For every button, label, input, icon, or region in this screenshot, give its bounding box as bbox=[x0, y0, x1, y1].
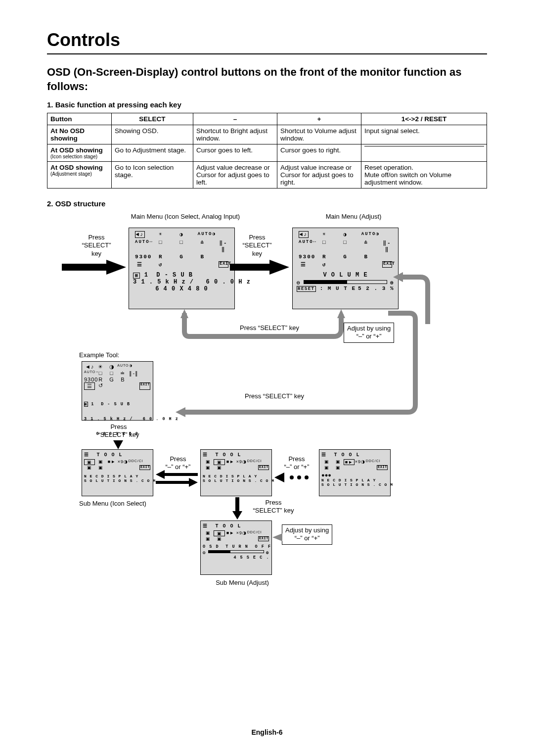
svg-marker-6 bbox=[176, 407, 185, 417]
cell: Go to Adjustment stage. bbox=[112, 144, 193, 162]
row-label-sub: (Icon selection stage) bbox=[50, 154, 108, 159]
osd-info-line: 3 1 . 5 k H z / 6 0 . 0 H z bbox=[133, 279, 230, 285]
osd-panel-main-icon: ◄♪ ☀ ◑ AUTO◑ AUTO↔ □ □ ≐ ‖-‖ 9300 R G B bbox=[129, 228, 235, 309]
osd-turnoff-time: 4 5 S E C . bbox=[203, 555, 269, 560]
label-press-select-down: Press “SELECT” key bbox=[94, 423, 143, 439]
osd-panel-sub-3: ☰ T O O L ▣ ▣ ■► ×9◑ DDC/CI ▣ ▣ EXIT ●●●… bbox=[319, 449, 391, 496]
label-press-pm-1: Press “–” or “+” bbox=[161, 455, 195, 472]
label-adjust-pm-2: Adjust by using “–” or “+” bbox=[282, 524, 332, 545]
row-label: At OSD showing (Icon selection stage) bbox=[47, 144, 112, 162]
cell: Adjust value decrease or Cursor for adju… bbox=[193, 162, 277, 189]
cell: Go to Icon selection stage. bbox=[112, 162, 193, 189]
osd-panel-main-adjust: ◄♪ ☀ ◑ AUTO◑ AUTO↔ □ □ ≐ ‖-‖ 9300 R G B bbox=[292, 228, 399, 309]
svg-rect-13 bbox=[235, 497, 239, 512]
col-plus: + bbox=[277, 113, 361, 125]
svg-marker-5 bbox=[113, 440, 123, 449]
horizontal-rule bbox=[47, 53, 487, 54]
caption-sub-adjust: Sub Menu (Adjust) bbox=[210, 579, 274, 587]
cell: Reset operation. Mute off/on switch on V… bbox=[361, 162, 487, 189]
svg-marker-9 bbox=[274, 472, 284, 482]
icon-row: AUTO↔ □ □ ≐ ‖-‖ bbox=[132, 239, 231, 252]
table-row: At OSD showing (Icon selection stage) Go… bbox=[47, 144, 487, 162]
arrow-down-1 bbox=[113, 440, 123, 449]
row-label-sub: (Adjustment stage) bbox=[50, 171, 108, 177]
row-label: At OSD showing (Adjustment stage) bbox=[47, 162, 112, 189]
cell: Adjust value increase or Cursor for adju… bbox=[277, 162, 361, 189]
page-footer: English-6 bbox=[0, 728, 534, 736]
osd-volume-title: V O L U M E bbox=[297, 272, 394, 279]
osd-structure-diagram: Main Menu (Icon Select, Analog Input) Ma… bbox=[47, 213, 487, 618]
caption-sub-icon: Sub Menu (Icon Select) bbox=[79, 500, 146, 508]
exit-icon: EXIT bbox=[219, 261, 228, 268]
label-press-select-2: Press “SELECT” key bbox=[235, 234, 279, 258]
svg-marker-15 bbox=[272, 533, 282, 541]
cell: Input signal select. bbox=[361, 125, 487, 144]
osd-panel-sub-2: ☰ T O O L ▣ ▣ ■► ×9◑ DDC/CI ▣ ▣ EXIT N E… bbox=[200, 449, 272, 496]
row-label: At No OSD showing bbox=[47, 125, 112, 144]
svg-marker-1 bbox=[230, 260, 289, 275]
osd-panel-sub-adjust: ☰ T O O L ▣ ▣ ■► ×9◑ DDC/CI ▣ ▣ EXIT O S… bbox=[200, 520, 272, 575]
button-function-table: Button SELECT – + 1<->2 / RESET At No OS… bbox=[47, 113, 487, 189]
arrow-bidir-1 bbox=[156, 470, 198, 487]
intro-paragraph: OSD (On-Screen-Display) control buttons … bbox=[47, 65, 487, 94]
cell: Cursor goes to right. bbox=[277, 144, 361, 162]
arrow-left-dots bbox=[274, 472, 316, 482]
label-press-pm-2: Press “–” or “+” bbox=[279, 455, 314, 472]
section1-heading: 1. Basic function at pressing each key bbox=[47, 100, 487, 109]
col-minus: – bbox=[193, 113, 277, 125]
table-row: At No OSD showing Showing OSD. Shortcut … bbox=[47, 125, 487, 144]
osd-volume-pct: 5 2 . 3 % bbox=[358, 285, 394, 291]
icon-row: ◄♪ ☀ ◑ AUTO◑ bbox=[132, 231, 231, 238]
label-press-select-1: Press “SELECT” key bbox=[74, 234, 119, 258]
col-select: SELECT bbox=[112, 113, 193, 125]
row-label-main: At OSD showing bbox=[50, 164, 103, 171]
arrow-down-2 bbox=[232, 497, 242, 520]
cell: Showing OSD. bbox=[112, 125, 193, 144]
caption-main-icon: Main Menu (Icon Select, Analog Input) bbox=[126, 213, 245, 221]
section2-heading: 2. OSD structure bbox=[47, 199, 487, 208]
table-row: At OSD showing (Adjustment stage) Go to … bbox=[47, 162, 487, 189]
arrow-long-back bbox=[176, 309, 423, 418]
cell: Shortcut to Volume adjust window. bbox=[277, 125, 361, 144]
arrow-left-small bbox=[272, 533, 282, 541]
svg-point-11 bbox=[297, 475, 301, 479]
label-example-tool: Example Tool: bbox=[79, 351, 119, 359]
osd-info-line: ▦ 1 D - S U B bbox=[133, 272, 230, 279]
osd-info-line: 6 4 0 X 4 8 0 bbox=[133, 285, 230, 292]
svg-point-10 bbox=[290, 475, 294, 479]
exit-icon: EXIT bbox=[382, 261, 392, 268]
page-title: Controls bbox=[47, 30, 487, 50]
osd-panel-sub-1: ☰ T O O L ▣ ▣ ■► ×9◑ DDC/CI ▣ ▣ EXIT N E… bbox=[82, 449, 153, 496]
icon-row: ☰ ↺ EXIT bbox=[132, 261, 231, 268]
table-header-row: Button SELECT – + 1<->2 / RESET bbox=[47, 113, 487, 125]
icon-row: 9300 R G B bbox=[132, 254, 231, 260]
arrow-right-1 bbox=[62, 260, 126, 275]
osd-panel-example-tool: ◄♪☀◑AUTO◑ AUTO↔□□≐‖-‖ 9300RGB ☰↺EXIT ▦ 1… bbox=[82, 361, 153, 421]
caption-main-adjust: Main Menu (Adjust) bbox=[309, 213, 398, 221]
cell: Cursor goes to left. bbox=[193, 144, 277, 162]
svg-marker-8 bbox=[156, 478, 198, 487]
row-label-main: At OSD showing bbox=[50, 146, 103, 154]
svg-marker-2 bbox=[393, 272, 403, 282]
svg-point-12 bbox=[305, 475, 309, 479]
osd-turnoff-line: O S D T U R N O F F bbox=[203, 544, 269, 549]
cell bbox=[361, 144, 487, 162]
svg-marker-14 bbox=[232, 511, 242, 520]
label-press-select-down2: Press “SELECT” key bbox=[244, 499, 303, 515]
col-reset: 1<->2 / RESET bbox=[361, 113, 487, 125]
col-button: Button bbox=[47, 113, 112, 125]
svg-marker-7 bbox=[156, 470, 198, 479]
cell: Shortcut to Bright adjust window. bbox=[193, 125, 277, 144]
svg-marker-0 bbox=[62, 260, 126, 275]
reset-icon: RESET bbox=[297, 286, 316, 292]
arrow-right-2 bbox=[230, 260, 289, 275]
